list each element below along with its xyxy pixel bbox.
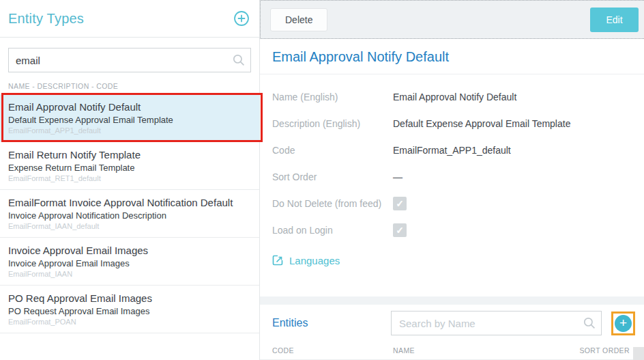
plus-icon: + (619, 315, 627, 331)
entities-title: Entities (272, 317, 308, 329)
item-description: Expense Return Email Template (8, 162, 251, 174)
item-code: EmailFormat_IAAN_default (8, 221, 251, 232)
scrollbar-thumb[interactable] (633, 347, 644, 360)
entities-header: Entities + (260, 305, 644, 342)
item-description: Invoice Approval Notification Descriptio… (8, 210, 251, 221)
item-code: EmailFormat_APP1_default (8, 126, 251, 136)
field-row-code: Code EmailFormat_APP1_default (260, 137, 644, 163)
section-divider-band (260, 296, 644, 305)
do-not-delete-checkbox[interactable]: ✓ (393, 197, 407, 210)
detail-title: Email Approval Notify Default (260, 39, 644, 74)
delete-button[interactable]: Delete (270, 8, 327, 31)
item-name: Email Approval Notify Default (8, 100, 251, 114)
column-header-code: CODE (272, 346, 393, 355)
entities-search-input[interactable] (391, 311, 602, 335)
column-header-name: NAME (393, 346, 579, 355)
field-value: EmailFormat_APP1_default (393, 145, 644, 156)
item-description: Invoice Approval Email Images (8, 258, 251, 269)
field-value: Default Expense Approval Email Template (393, 118, 644, 129)
add-circle-icon (233, 10, 250, 27)
field-value: Email Approval Notify Default (393, 92, 644, 102)
list-item-email-approval-notify-default[interactable]: Email Approval Notify Default Default Ex… (0, 94, 259, 142)
entities-search (391, 311, 602, 335)
item-name: Invoice Approval Email Images (8, 244, 251, 258)
item-description: Default Expense Approval Email Template (8, 114, 251, 126)
field-row-description: Description (English) Default Expense Ap… (260, 110, 644, 137)
detail-panel: Delete Edit Email Approval Notify Defaul… (260, 0, 644, 360)
list-item-invoice-approval-email-images[interactable]: Invoice Approval Email Images Invoice Ap… (0, 238, 259, 286)
entity-type-list: Email Approval Notify Default Default Ex… (0, 94, 259, 333)
item-code: EmailFormat_RET1_default (8, 174, 251, 184)
field-row-sort-order: Sort Order — (260, 163, 644, 190)
app-root: Entity Types NAME - DESCRIPTION - CODE (0, 0, 644, 360)
field-label: Description (English) (272, 118, 393, 129)
item-name: EmailFormat Invoice Approval Notificatio… (8, 196, 251, 210)
check-icon: ✓ (396, 225, 404, 235)
add-entity-type-button[interactable] (233, 10, 250, 27)
detail-toolbar: Delete Edit (260, 0, 644, 39)
languages-link-label: Languages (289, 255, 340, 266)
entity-types-header: Entity Types (0, 0, 259, 38)
field-label: Load on Login (272, 225, 393, 236)
detail-fields: Name (English) Email Approval Notify Def… (260, 74, 644, 243)
spacer (260, 266, 644, 296)
column-header-sort-order: SORT ORDER (579, 346, 630, 355)
entity-types-search (8, 48, 251, 72)
entity-types-panel: Entity Types NAME - DESCRIPTION - CODE (0, 0, 260, 360)
search-icon (583, 316, 596, 330)
item-code: EmailFormat_POAN (8, 317, 251, 327)
annotation-highlight-orange: + (611, 311, 635, 335)
field-label: Code (272, 145, 393, 156)
item-name: PO Req Approval Email Images (8, 292, 251, 305)
list-item-po-req-approval-email-images[interactable]: PO Req Approval Email Images PO Request … (0, 286, 259, 333)
external-link-icon (272, 255, 284, 266)
entities-column-headers: CODE NAME SORT ORDER (260, 342, 644, 360)
list-column-header: NAME - DESCRIPTION - CODE (0, 72, 259, 94)
field-label: Sort Order (272, 171, 393, 182)
field-row-name: Name (English) Email Approval Notify Def… (260, 83, 644, 110)
check-icon: ✓ (396, 199, 404, 208)
field-label: Name (English) (272, 92, 393, 102)
add-entity-button[interactable]: + (615, 315, 632, 332)
search-icon (232, 53, 246, 67)
item-code: EmailFormat_IAAN (8, 269, 251, 279)
page-title: Entity Types (8, 11, 84, 27)
field-label: Do Not Delete (from feed) (272, 198, 393, 209)
edit-button[interactable]: Edit (590, 8, 639, 32)
entity-types-search-input[interactable] (8, 48, 251, 72)
load-on-login-checkbox[interactable]: ✓ (393, 223, 407, 237)
item-description: PO Request Approval Email Images (8, 305, 251, 317)
field-row-do-not-delete: Do Not Delete (from feed) ✓ (260, 190, 644, 217)
languages-link[interactable]: Languages (260, 255, 340, 266)
list-item-email-return-notify-template[interactable]: Email Return Notify Template Expense Ret… (0, 142, 259, 190)
field-row-load-on-login: Load on Login ✓ (260, 217, 644, 243)
item-name: Email Return Notify Template (8, 148, 251, 162)
list-item-emailformat-invoice-approval-notification-default[interactable]: EmailFormat Invoice Approval Notificatio… (0, 190, 259, 238)
field-value: — (393, 171, 644, 182)
